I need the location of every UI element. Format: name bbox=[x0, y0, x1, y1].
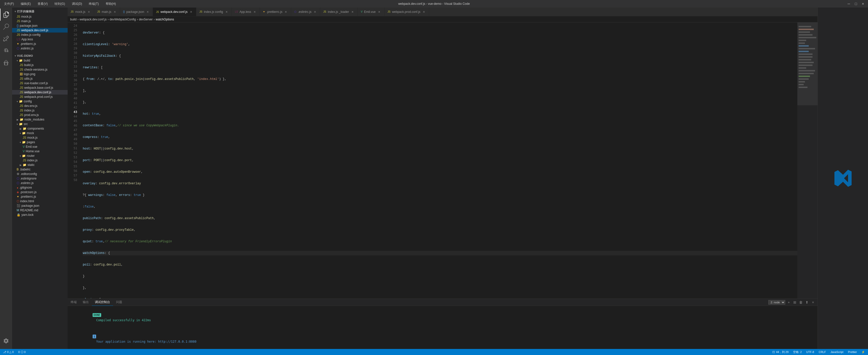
tree-pages-folder[interactable]: ▾ 📁 pages bbox=[12, 140, 68, 144]
tree-routerindexjs[interactable]: JS index.js bbox=[12, 158, 68, 163]
tab-close-webpackprod[interactable]: × bbox=[422, 10, 426, 14]
open-editor-package[interactable]: {} package.json bbox=[12, 24, 68, 28]
panel-tab-terminal[interactable]: 终端 bbox=[68, 299, 80, 306]
breadcrumb-file[interactable]: webpack.dev.conf.js bbox=[80, 18, 106, 21]
breadcrumb-build[interactable]: build bbox=[70, 18, 76, 21]
status-git-branch[interactable]: ⎇ 0 △ 0 bbox=[2, 349, 14, 355]
tree-build-folder[interactable]: ▾ 📁 build bbox=[12, 58, 68, 63]
status-spaces[interactable]: 空格: 2 bbox=[792, 349, 803, 355]
tree-postcss[interactable]: ◈ .postcssrc.js bbox=[12, 190, 68, 194]
activity-settings[interactable] bbox=[0, 335, 12, 347]
tab-package[interactable]: {} package.json × bbox=[120, 7, 153, 16]
tree-router-folder[interactable]: ▾ 📁 router bbox=[12, 154, 68, 158]
tree-prodenv[interactable]: JS prod.env.js bbox=[12, 113, 68, 117]
tree-prettierrc[interactable]: ✦ .prettierrc.js bbox=[12, 194, 68, 199]
tab-mock[interactable]: JS mock.js × bbox=[68, 7, 94, 16]
terminal-trash-button[interactable]: 🗑 bbox=[798, 300, 803, 305]
tab-indexjs[interactable]: JS index.js config × bbox=[196, 7, 232, 16]
tree-buildjs[interactable]: JS build.js bbox=[12, 63, 68, 67]
menu-file[interactable]: 文件(F) bbox=[2, 1, 16, 6]
open-editor-prettier[interactable]: ✦ .prettierrc.js bbox=[12, 42, 68, 46]
tab-close-prettier[interactable]: × bbox=[284, 10, 288, 14]
tree-webpackprod[interactable]: JS webpack.prod.conf.js bbox=[12, 95, 68, 99]
tree-static[interactable]: ▶ 📁 static bbox=[12, 163, 68, 167]
panel-tab-debug[interactable]: 调试控制台 bbox=[92, 299, 113, 306]
tree-yarnlock[interactable]: 🔒 yarn.lock bbox=[12, 213, 68, 217]
tree-devenv[interactable]: JS dev.env.js bbox=[12, 104, 68, 108]
tree-src-folder[interactable]: ▾ 📁 src bbox=[12, 122, 68, 126]
tree-emilvue[interactable]: V Emil.vue bbox=[12, 144, 68, 149]
tree-mockjs[interactable]: JS mock.js bbox=[12, 135, 68, 140]
tab-close-appless[interactable]: × bbox=[253, 10, 257, 14]
tab-eslint[interactable]: ⬡ .eslintrc.js × bbox=[291, 7, 320, 16]
tree-gitignore[interactable]: ⬥ .gitignore bbox=[12, 185, 68, 190]
tree-homevue[interactable]: V Home.vue bbox=[12, 149, 68, 154]
tree-eslintrc[interactable]: ⬡ .eslintrc.js bbox=[12, 181, 68, 185]
open-editor-webpack-dev[interactable]: JS webpack.dev.conf.js bbox=[12, 28, 68, 33]
terminal-shell-select[interactable]: 2: node bbox=[768, 300, 785, 304]
tree-nodemodules[interactable]: ▶ 📁 node_modules bbox=[12, 117, 68, 122]
tab-close-mock[interactable]: × bbox=[87, 10, 91, 14]
tree-eslintignore[interactable]: ⬡ .eslintignore bbox=[12, 176, 68, 181]
tab-close-indexjs-loader[interactable]: × bbox=[350, 10, 354, 14]
tab-close-eslint[interactable]: × bbox=[313, 10, 317, 14]
activity-explorer[interactable] bbox=[0, 8, 12, 21]
open-editor-appless[interactable]: LS App.less bbox=[12, 37, 68, 42]
activity-git[interactable] bbox=[0, 33, 12, 45]
panel-tab-problems[interactable]: 问题 bbox=[113, 299, 125, 306]
tab-emilvue[interactable]: V Emil.vue × bbox=[358, 7, 384, 16]
terminal-split-button[interactable]: ⊞ bbox=[792, 300, 797, 305]
activity-search[interactable] bbox=[0, 21, 12, 33]
tree-webpackbase[interactable]: JS webpack.base.conf.js bbox=[12, 86, 68, 90]
menu-terminal[interactable]: 终端(T) bbox=[87, 1, 100, 6]
code-content[interactable]: devServer: { clientLogLevel: 'warning', … bbox=[80, 23, 797, 298]
tab-appless[interactable]: LS App.less × bbox=[232, 7, 260, 16]
tree-mock-folder[interactable]: ▾ 📁 mock bbox=[12, 131, 68, 135]
tree-vueloader[interactable]: JS vue-loader.conf.js bbox=[12, 81, 68, 86]
tree-indexjs[interactable]: JS index.js bbox=[12, 108, 68, 113]
activity-debug[interactable] bbox=[0, 45, 12, 57]
activity-extensions[interactable] bbox=[0, 57, 12, 69]
tree-packagejson[interactable]: ⬛ package.json bbox=[12, 203, 68, 208]
tree-readme[interactable]: M README.md bbox=[12, 208, 68, 213]
tab-webpackdev[interactable]: JS webpack.dev.conf.js × bbox=[153, 7, 196, 16]
breadcrumb-devwebpack[interactable]: devWebpackConfig bbox=[110, 18, 136, 21]
breadcrumb-devserver[interactable]: devServer bbox=[139, 18, 153, 21]
tree-webpackdev[interactable]: JS webpack.dev.conf.js bbox=[12, 90, 68, 95]
tree-indexhtml[interactable]: ⬡ index.html bbox=[12, 199, 68, 203]
tree-logo[interactable]: 🖼 logo.png bbox=[12, 72, 68, 76]
tab-main[interactable]: JS main.js × bbox=[94, 7, 120, 16]
menu-goto[interactable]: 转到(G) bbox=[53, 1, 66, 6]
status-errors[interactable]: 0 ⓘ 0 bbox=[17, 349, 27, 355]
panel-maximize-button[interactable]: ⬆ bbox=[804, 300, 809, 305]
tree-utils[interactable]: JS utils.js bbox=[12, 76, 68, 81]
breadcrumb-watchoptions[interactable]: watchOptions bbox=[156, 18, 174, 21]
tab-indexjs-loader[interactable]: JS index.js _loader × bbox=[320, 7, 358, 16]
tree-config-folder[interactable]: ▾ 📁 config bbox=[12, 99, 68, 104]
maximize-button[interactable]: □ bbox=[854, 1, 859, 6]
status-position[interactable]: 行 44，列 29 bbox=[771, 349, 789, 355]
tree-babelrc[interactable]: B .babelrc bbox=[12, 167, 68, 172]
menu-edit[interactable]: 编辑(E) bbox=[19, 1, 32, 6]
tab-webpackprod[interactable]: JS webpack.prod.conf.js × bbox=[384, 7, 429, 16]
tab-close-emilvue[interactable]: × bbox=[377, 10, 381, 14]
status-prettier[interactable]: Prettier bbox=[847, 349, 858, 355]
menu-help[interactable]: 帮助(H) bbox=[104, 1, 118, 6]
open-editor-eslint[interactable]: ⬡ .eslintrc.js bbox=[12, 46, 68, 51]
minimize-button[interactable]: ─ bbox=[846, 1, 851, 6]
status-language[interactable]: JavaScript bbox=[829, 349, 844, 355]
tab-close-package[interactable]: × bbox=[146, 10, 150, 14]
tab-close-webpackdev[interactable]: × bbox=[189, 10, 193, 14]
open-editors-header[interactable]: ▾ 打开的编辑器 bbox=[12, 7, 68, 14]
menu-debug[interactable]: 调试(D) bbox=[70, 1, 84, 6]
tree-checkversions[interactable]: JS check-versions.js bbox=[12, 67, 68, 72]
tree-editorconfig[interactable]: ⚙ .editorconfig bbox=[12, 172, 68, 176]
status-eol[interactable]: CRLF bbox=[817, 349, 827, 355]
terminal-add-button[interactable]: + bbox=[786, 300, 791, 305]
status-notification[interactable]: ⚡ bbox=[861, 349, 866, 355]
open-editor-main[interactable]: JS main.js bbox=[12, 19, 68, 24]
minimap[interactable] bbox=[797, 23, 817, 298]
panel-close-button[interactable]: × bbox=[810, 300, 815, 305]
tab-close-main[interactable]: × bbox=[113, 10, 117, 14]
tab-close-indexjs[interactable]: × bbox=[224, 10, 228, 14]
